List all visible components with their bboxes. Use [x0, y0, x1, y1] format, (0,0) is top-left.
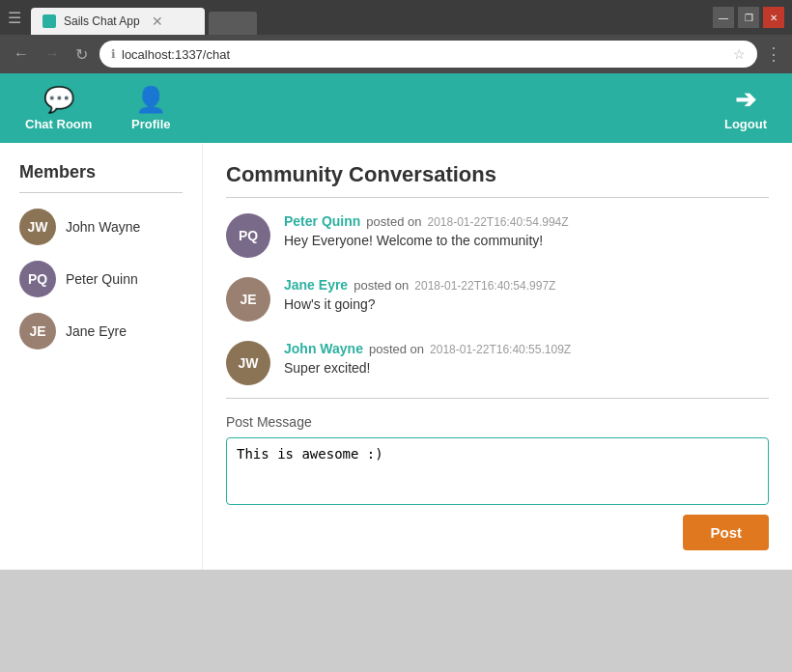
main-content: Community Conversations PQ Peter Quinn p… [203, 143, 792, 570]
post-divider [226, 398, 769, 399]
message-body: Jane Eyre posted on 2018-01-22T16:40:54.… [284, 277, 761, 322]
list-item: PQ Peter Quinn [19, 261, 183, 297]
refresh-button[interactable]: ↻ [71, 42, 92, 68]
restore-button[interactable]: ❒ [738, 7, 759, 28]
tab-favicon [42, 14, 56, 28]
avatar: PQ [226, 213, 270, 258]
message-author: Jane Eyre [284, 277, 348, 293]
avatar: JW [19, 209, 56, 245]
table-row: JW John Wayne posted on 2018-01-22T16:40… [226, 341, 761, 385]
minimize-button[interactable]: — [713, 7, 734, 28]
table-row: JE Jane Eyre posted on 2018-01-22T16:40:… [226, 277, 761, 322]
bookmark-icon[interactable]: ☆ [733, 46, 746, 62]
nav-chat-room[interactable]: 💬 Chat Room [10, 77, 107, 139]
browser-options-button[interactable]: ⋮ [765, 43, 782, 65]
list-item: JW John Wayne [19, 209, 183, 245]
secure-icon: ℹ [111, 47, 116, 61]
message-posted-label: posted on [369, 342, 424, 356]
chat-title: Community Conversations [226, 162, 769, 187]
tab-close-button[interactable]: ✕ [152, 14, 163, 29]
sidebar: Members JW John Wayne PQ Peter Quinn JE … [0, 143, 203, 570]
member-name: John Wayne [66, 219, 140, 235]
member-name: Jane Eyre [66, 323, 127, 339]
app-nav: 💬 Chat Room 👤 Profile ➔ Logout [0, 73, 792, 143]
message-author: Peter Quinn [284, 213, 360, 229]
chat-room-icon: 💬 [43, 85, 74, 115]
avatar: JW [226, 341, 270, 385]
list-item: JE Jane Eyre [19, 313, 183, 350]
tab-title: Sails Chat App [64, 14, 140, 28]
nav-chat-room-label: Chat Room [25, 117, 92, 131]
post-button[interactable]: Post [683, 515, 769, 550]
avatar: JE [19, 313, 56, 350]
nav-profile-label: Profile [131, 117, 170, 131]
message-timestamp: 2018-01-22T16:40:54.994Z [427, 215, 568, 229]
back-button[interactable]: ← [10, 42, 33, 67]
close-button[interactable]: ✕ [763, 7, 784, 28]
logout-button[interactable]: ➔ Logout [709, 77, 782, 139]
message-posted-label: posted on [366, 214, 421, 229]
avatar: JE [226, 277, 270, 322]
message-timestamp: 2018-01-22T16:40:54.997Z [414, 279, 555, 293]
table-row: PQ Peter Quinn posted on 2018-01-22T16:4… [226, 213, 761, 258]
url-bar[interactable]: ℹ localhost:1337/chat ☆ [99, 41, 757, 68]
message-text: How's it going? [284, 296, 761, 312]
sidebar-divider [19, 192, 183, 193]
logout-icon: ➔ [735, 85, 756, 115]
avatar: PQ [19, 261, 56, 297]
forward-button[interactable]: → [41, 42, 64, 67]
message-author: John Wayne [284, 341, 363, 356]
messages-area[interactable]: PQ Peter Quinn posted on 2018-01-22T16:4… [226, 213, 769, 388]
post-message-input[interactable] [226, 437, 769, 505]
post-message-label: Post Message [226, 414, 769, 430]
url-text: localhost:1337/chat [122, 47, 727, 62]
message-text: Hey Everyone! Welcome to the community! [284, 233, 761, 248]
member-name: Peter Quinn [66, 271, 138, 287]
message-text: Super excited! [284, 360, 761, 376]
chat-divider [226, 197, 769, 198]
nav-profile[interactable]: 👤 Profile [107, 77, 194, 139]
message-posted-label: posted on [354, 278, 409, 293]
message-body: Peter Quinn posted on 2018-01-22T16:40:5… [284, 213, 761, 258]
browser-menu-icon[interactable]: ☰ [8, 9, 21, 27]
message-timestamp: 2018-01-22T16:40:55.109Z [430, 343, 571, 356]
sidebar-title: Members [19, 162, 183, 182]
logout-label: Logout [724, 117, 767, 131]
profile-icon: 👤 [135, 85, 166, 115]
message-body: John Wayne posted on 2018-01-22T16:40:55… [284, 341, 761, 385]
browser-tab[interactable]: Sails Chat App ✕ [31, 8, 205, 35]
